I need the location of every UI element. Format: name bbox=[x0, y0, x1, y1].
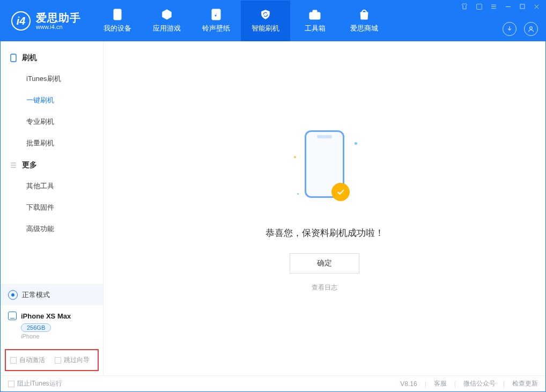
list-icon bbox=[10, 162, 18, 168]
device-mode[interactable]: 正常模式 bbox=[1, 285, 103, 305]
sidebar-item-itunes-flash[interactable]: iTunes刷机 bbox=[1, 68, 103, 90]
sidebar-group-flash: 刷机 bbox=[1, 47, 103, 68]
spark-icon bbox=[297, 193, 299, 195]
sidebar-item-batch-flash[interactable]: 批量刷机 bbox=[1, 132, 103, 154]
checkbox-auto-activate[interactable]: 自动激活 bbox=[10, 356, 45, 365]
svg-rect-2 bbox=[309, 12, 320, 19]
device-type: iPhone bbox=[21, 333, 95, 339]
link-wechat[interactable]: 微信公众号 bbox=[463, 379, 496, 388]
logo-icon: i4 bbox=[11, 11, 31, 31]
close-button[interactable] bbox=[533, 3, 540, 10]
titlebar-right bbox=[461, 1, 540, 41]
success-check-icon bbox=[331, 183, 350, 201]
checkbox-icon bbox=[10, 357, 17, 364]
flash-options-highlight: 自动激活 跳过向导 bbox=[5, 349, 99, 371]
toolbox-icon bbox=[309, 9, 321, 20]
device-icon bbox=[112, 9, 123, 20]
device-info[interactable]: iPhone XS Max 256GB iPhone bbox=[1, 305, 103, 345]
maximize-button[interactable] bbox=[519, 3, 526, 10]
sidebar-item-other-tools[interactable]: 其他工具 bbox=[1, 175, 103, 197]
sidebar-group-more: 更多 bbox=[1, 154, 103, 175]
brand-block: i4 爱思助手 www.i4.cn bbox=[1, 1, 91, 41]
svg-rect-4 bbox=[477, 4, 482, 9]
nav-ringtone-wallpaper[interactable]: 铃声壁纸 bbox=[191, 1, 241, 41]
separator: | bbox=[503, 380, 505, 388]
mode-indicator-icon bbox=[8, 290, 18, 300]
nav-store[interactable]: 爱思商城 bbox=[340, 1, 389, 41]
top-nav: 我的设备 应用游戏 铃声壁纸 智能刷机 工具箱 bbox=[93, 1, 389, 41]
separator: | bbox=[425, 380, 426, 388]
nav-label: 铃声壁纸 bbox=[202, 24, 230, 33]
titlebar-actions bbox=[503, 22, 540, 36]
nav-label: 应用游戏 bbox=[153, 24, 181, 33]
device-mode-label: 正常模式 bbox=[22, 290, 50, 300]
music-note-icon bbox=[210, 9, 222, 20]
sidebar-item-advanced[interactable]: 高级功能 bbox=[1, 218, 103, 240]
flash-result: 恭喜您，保资料刷机成功啦！ 确定 查看日志 bbox=[265, 125, 384, 292]
brand-text: 爱思助手 www.i4.cn bbox=[36, 12, 81, 30]
link-check-update[interactable]: 检查更新 bbox=[512, 379, 538, 388]
link-support[interactable]: 客服 bbox=[434, 379, 447, 388]
sidebar: 刷机 iTunes刷机 一键刷机 专业刷机 批量刷机 更多 其他工具 下载固件 … bbox=[1, 41, 104, 375]
checkbox-block-itunes[interactable]: 阻止iTunes运行 bbox=[8, 379, 62, 388]
svg-rect-7 bbox=[11, 54, 16, 62]
nav-my-device[interactable]: 我的设备 bbox=[93, 1, 142, 41]
phone-icon bbox=[10, 54, 18, 62]
refresh-shield-icon bbox=[260, 9, 271, 20]
device-panel: 正常模式 iPhone XS Max 256GB iPhone 自动激活 跳过向… bbox=[1, 284, 103, 375]
brand-url: www.i4.cn bbox=[36, 24, 81, 30]
spark-icon bbox=[293, 156, 297, 159]
sidebar-group-title: 更多 bbox=[22, 160, 37, 170]
main-content: 恭喜您，保资料刷机成功啦！ 确定 查看日志 bbox=[104, 41, 545, 375]
nav-label: 智能刷机 bbox=[252, 24, 279, 33]
sidebar-item-pro-flash[interactable]: 专业刷机 bbox=[1, 111, 103, 132]
success-illustration bbox=[284, 130, 365, 211]
view-log-link[interactable]: 查看日志 bbox=[265, 283, 384, 292]
nav-smart-flash[interactable]: 智能刷机 bbox=[241, 1, 290, 41]
checkbox-icon bbox=[55, 357, 61, 364]
nav-apps-games[interactable]: 应用游戏 bbox=[142, 1, 191, 41]
tshirt-icon[interactable] bbox=[461, 3, 468, 10]
sidebar-item-download-firmware[interactable]: 下载固件 bbox=[1, 197, 103, 218]
sidebar-scroll: 刷机 iTunes刷机 一键刷机 专业刷机 批量刷机 更多 其他工具 下载固件 … bbox=[1, 41, 103, 284]
checkbox-skip-guide[interactable]: 跳过向导 bbox=[55, 356, 90, 365]
separator: | bbox=[454, 380, 456, 388]
ok-button[interactable]: 确定 bbox=[290, 253, 359, 273]
spark-icon bbox=[354, 141, 358, 145]
user-icon[interactable] bbox=[524, 22, 538, 36]
svg-rect-0 bbox=[114, 9, 121, 20]
app-body: 刷机 iTunes刷机 一键刷机 专业刷机 批量刷机 更多 其他工具 下载固件 … bbox=[1, 41, 545, 375]
checkbox-label: 自动激活 bbox=[19, 356, 45, 365]
svg-rect-3 bbox=[313, 10, 317, 12]
title-bar: i4 爱思助手 www.i4.cn 我的设备 应用游戏 铃声壁纸 bbox=[1, 1, 545, 41]
sidebar-group-title: 刷机 bbox=[22, 53, 37, 63]
svg-point-6 bbox=[530, 27, 533, 29]
nav-label: 工具箱 bbox=[305, 24, 326, 33]
version-label: V8.16 bbox=[400, 380, 417, 388]
minimize-button[interactable] bbox=[505, 3, 512, 10]
nav-label: 我的设备 bbox=[104, 24, 131, 33]
device-name: iPhone XS Max bbox=[21, 312, 71, 320]
svg-rect-5 bbox=[520, 4, 525, 9]
bag-icon bbox=[358, 9, 370, 20]
checkbox-icon bbox=[8, 381, 14, 387]
statusbar-left: 阻止iTunes运行 bbox=[8, 379, 62, 388]
feedback-icon[interactable] bbox=[476, 3, 483, 10]
checkbox-label: 阻止iTunes运行 bbox=[17, 379, 62, 388]
cube-icon bbox=[161, 9, 173, 20]
status-bar: 阻止iTunes运行 V8.16 | 客服 | 微信公众号 | 检查更新 bbox=[1, 375, 545, 391]
statusbar-right: V8.16 | 客服 | 微信公众号 | 检查更新 bbox=[400, 379, 538, 388]
nav-toolbox[interactable]: 工具箱 bbox=[290, 1, 340, 41]
device-small-icon bbox=[8, 312, 17, 320]
window-controls bbox=[461, 3, 540, 10]
checkbox-label: 跳过向导 bbox=[64, 356, 90, 365]
brand-name: 爱思助手 bbox=[36, 12, 81, 24]
sidebar-item-oneclick-flash[interactable]: 一键刷机 bbox=[1, 90, 103, 111]
menu-icon[interactable] bbox=[490, 3, 497, 10]
result-title: 恭喜您，保资料刷机成功啦！ bbox=[265, 227, 384, 239]
download-icon[interactable] bbox=[503, 22, 517, 36]
nav-label: 爱思商城 bbox=[350, 24, 378, 33]
device-capacity: 256GB bbox=[21, 323, 51, 332]
